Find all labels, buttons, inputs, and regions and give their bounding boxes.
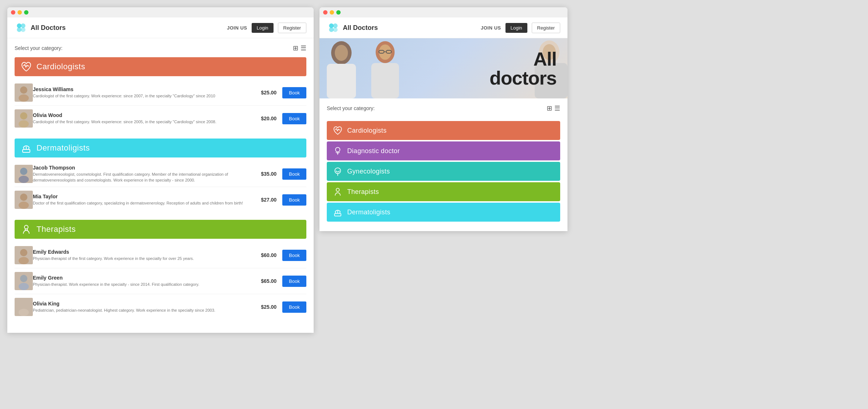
doctor-price-olivia-wood: $20.00 <box>261 116 277 121</box>
book-button-mia[interactable]: Book <box>282 194 306 206</box>
svg-point-21 <box>19 283 29 290</box>
maximize-dot[interactable] <box>24 10 28 15</box>
book-button-emily-edwards[interactable]: Book <box>282 250 306 261</box>
doctor-info-emily-edwards: Emily Edwards Physician-therapist of the… <box>33 249 255 261</box>
svg-point-2 <box>17 27 22 32</box>
doctor-row: Emily Edwards Physician-therapist of the… <box>15 242 306 268</box>
left-window: All Doctors JOIN US Login Register Selec… <box>7 7 314 333</box>
login-button-right[interactable]: Login <box>505 23 527 33</box>
doctor-name-emily-green: Emily Green <box>33 275 255 281</box>
svg-point-27 <box>333 27 338 32</box>
category-header-therapy[interactable]: Therapists <box>15 220 306 239</box>
avatar-olivia-king <box>15 298 33 316</box>
svg-point-24 <box>329 23 334 28</box>
svg-point-7 <box>19 120 29 128</box>
avatar-jessica-williams <box>15 83 33 102</box>
book-button-olivia-wood[interactable]: Book <box>282 113 306 124</box>
right-window: All Doctors JOIN US Login Register <box>319 7 567 231</box>
svg-point-1 <box>21 23 26 28</box>
doctor-row: Emily Green Physician-therapist. Work ex… <box>15 268 306 294</box>
view-icons-left: ⊞ ☰ <box>293 44 306 52</box>
svg-point-6 <box>20 112 27 120</box>
diag-icon-right <box>333 146 343 156</box>
book-button-emily-green[interactable]: Book <box>282 276 306 287</box>
cat-name-gynec-right: Gynecologists <box>347 168 390 175</box>
category-item-cardio-right[interactable]: Cardiologists <box>327 121 560 140</box>
select-label-left: Select your category: <box>15 45 63 51</box>
join-us-left: JOIN US <box>227 25 247 31</box>
maximize-dot-right[interactable] <box>336 10 341 15</box>
cardio-title: Cardiologists <box>36 62 85 71</box>
category-item-therapy-right[interactable]: Therapists <box>327 182 560 201</box>
svg-rect-45 <box>334 214 341 216</box>
doctor-svg-1 <box>319 38 363 98</box>
login-button-left[interactable]: Login <box>252 23 274 33</box>
list-view-button-left[interactable]: ☰ <box>301 44 306 52</box>
minimize-dot[interactable] <box>18 10 22 15</box>
doctor-name-olivia-king: Olivia King <box>33 301 255 307</box>
minimize-dot-right[interactable] <box>330 10 334 15</box>
category-header-cardio[interactable]: Cardiologists <box>15 57 306 76</box>
doctor-info-mia: Mia Taylor Doctor of the first qualifica… <box>33 194 255 206</box>
doctor-row: Jacob Thompson Dermatovenereoologist, co… <box>15 161 306 187</box>
category-item-derm-right[interactable]: Dermatoligists <box>327 203 560 222</box>
cat-name-diag-right: Diagnostic doctor <box>347 147 400 155</box>
doctor-desc-emily-green: Physician-therapist. Work experience in … <box>33 282 255 287</box>
close-dot-right[interactable] <box>323 10 328 15</box>
avatar-jacob-thompson <box>15 165 33 183</box>
book-button-jessica[interactable]: Book <box>282 87 306 98</box>
svg-point-26 <box>329 27 334 32</box>
therapy-title: Therapists <box>36 225 76 234</box>
svg-point-40 <box>336 147 340 152</box>
cardio-icon-right <box>333 125 343 136</box>
doctor-desc-mia: Doctor of the first qualification catego… <box>33 200 255 206</box>
svg-point-44 <box>336 188 340 191</box>
cardio-icon <box>20 61 32 73</box>
doctor-price-jessica: $25.00 <box>261 90 277 96</box>
doctor-desc-olivia-wood: Cardiologist of the first category. Work… <box>33 119 255 125</box>
doctor-name-jacob: Jacob Thompson <box>33 165 255 171</box>
nav-right-right: JOIN US Login Register <box>481 23 560 33</box>
hero-text-line2: doctors <box>489 69 557 87</box>
register-button-left[interactable]: Register <box>278 23 306 33</box>
book-button-olivia-king[interactable]: Book <box>282 301 306 313</box>
list-view-button-right[interactable]: ☰ <box>554 104 560 112</box>
doctor-info-emily-green: Emily Green Physician-therapist. Work ex… <box>33 275 255 287</box>
logo-left[interactable]: All Doctors <box>15 21 66 34</box>
close-dot[interactable] <box>11 10 15 15</box>
doctor-row: Olivia Wood Cardiologist of the first ca… <box>15 106 306 131</box>
avatar-emily-green <box>15 272 33 290</box>
logo-right[interactable]: All Doctors <box>327 21 378 34</box>
category-list-right: Cardiologists Diagnostic doctor <box>327 117 560 225</box>
avatar-emily-edwards <box>15 246 33 264</box>
therapy-icon-right <box>333 187 343 197</box>
doctor-name-jessica: Jessica Williams <box>33 86 255 92</box>
avatar-mia-taylor <box>15 191 33 209</box>
app-title-left: All Doctors <box>31 24 66 32</box>
nav-right-left: JOIN US Login Register <box>227 23 306 33</box>
doctor-info-olivia-king: Olivia King Pediatrician, pediatrician-n… <box>33 301 255 313</box>
doctor-price-jacob: $35.00 <box>261 171 277 177</box>
join-us-right: JOIN US <box>481 25 501 31</box>
grid-view-button-right[interactable]: ⊞ <box>547 104 552 112</box>
doctor-name-olivia-wood: Olivia Wood <box>33 112 255 118</box>
doctor-row: Jessica Williams Cardiologist of the fir… <box>15 80 306 106</box>
doctor-desc-jessica: Cardiologist of the first category. Work… <box>33 93 255 99</box>
category-header-derm[interactable]: Dermatoligists <box>15 139 306 157</box>
doctor-silhouette-1 <box>319 38 363 98</box>
doctor-name-mia: Mia Taylor <box>33 194 255 199</box>
derm-icon-right <box>333 207 343 217</box>
doctor-price-emily-green: $65.00 <box>261 278 277 284</box>
svg-point-4 <box>20 86 27 94</box>
svg-point-3 <box>21 27 26 32</box>
book-button-jacob[interactable]: Book <box>282 168 306 180</box>
app-title-right: All Doctors <box>343 24 378 32</box>
svg-point-12 <box>20 168 27 175</box>
grid-view-button-left[interactable]: ⊞ <box>293 44 298 52</box>
category-item-gynec-right[interactable]: Gynecologists <box>327 162 560 181</box>
register-button-right[interactable]: Register <box>532 23 560 33</box>
svg-point-23 <box>19 309 29 316</box>
svg-rect-8 <box>23 149 30 152</box>
navbar-right: All Doctors JOIN US Login Register <box>319 17 567 38</box>
category-item-diag-right[interactable]: Diagnostic doctor <box>327 141 560 160</box>
